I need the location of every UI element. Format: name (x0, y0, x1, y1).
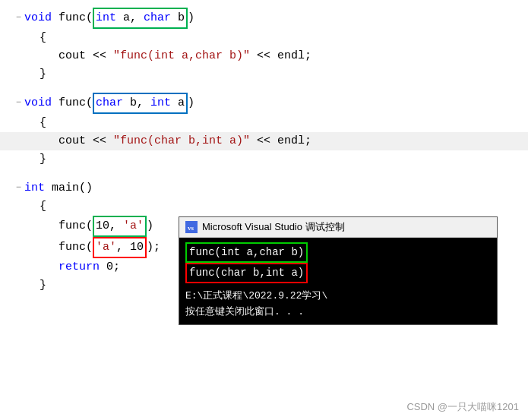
func-name-1: func (58, 9, 86, 27)
output-text-2: func(char b,int a) (185, 263, 308, 283)
kw-void-2: void (24, 94, 58, 112)
brace-open-3: { (40, 197, 46, 216)
console-path: E:\正式课程\2022.9.22学习\ (185, 290, 327, 302)
func1-close: } (0, 65, 528, 84)
func2-open: { (0, 114, 528, 132)
call1-args: 10, 'a' (93, 216, 147, 237)
cout-1: cout << (58, 47, 113, 65)
brace-close-3: } (40, 276, 46, 295)
brace-open-1: { (40, 29, 46, 47)
main-name: main (52, 179, 79, 197)
func1-header: − void func(int a, char b) (0, 8, 528, 29)
collapse-icon-1[interactable]: − (8, 11, 21, 25)
kw-void-1: void (24, 9, 58, 27)
brace-open-2: { (40, 114, 46, 132)
func-name-2: func (58, 94, 86, 112)
collapse-icon-2[interactable]: − (8, 96, 21, 110)
output-line-2: func(char b,int a) (185, 263, 491, 283)
call2-args: 'a', 10 (93, 237, 147, 258)
param-highlight-1: int a, char b (93, 8, 188, 29)
main-open: { (0, 197, 528, 216)
output-line-1: func(int a,char b) (185, 242, 491, 263)
console-prompt: 按任意键关闭此窗口. . . (185, 306, 304, 317)
console-prompt-line: 按任意键关闭此窗口. . . (185, 304, 491, 320)
svg-text:vs: vs (188, 224, 194, 232)
param-highlight-2: char b, int a (93, 93, 188, 114)
vs-icon: vs (185, 221, 198, 233)
func2-body: cout << "func(char b,int a)" << endl; (0, 132, 528, 150)
paren-close-2: ) (188, 94, 194, 112)
endl-1: << endl; (250, 47, 311, 65)
func2-close: } (0, 150, 528, 169)
kw-int: int (24, 179, 52, 197)
collapse-icon-3[interactable]: − (8, 181, 21, 195)
paren-close-1: ) (188, 9, 194, 27)
return-val: 0; (106, 258, 120, 276)
console-body: func(int a,char b) func(char b,int a) E:… (179, 238, 497, 324)
main-header: − int main() (0, 179, 528, 197)
output-text-1: func(int a,char b) (185, 242, 308, 263)
console-titlebar: vs Microsoft Visual Studio 调试控制 (179, 217, 497, 238)
brace-close-2: } (40, 150, 46, 169)
str-2: "func(char b,int a)" (113, 132, 250, 150)
str-1: "func(int a,char b)" (113, 47, 250, 65)
func2-header: − void func(char b, int a) (0, 93, 528, 114)
cout-2: cout << (58, 132, 113, 150)
kw-return: return (58, 258, 106, 276)
footer-text: CSDN @一只大喵咪1201 (406, 401, 519, 412)
main-parens: () (79, 179, 93, 197)
footer: CSDN @一只大喵咪1201 (406, 400, 519, 414)
call1-name: func (58, 217, 86, 235)
func1-open: { (0, 29, 528, 47)
console-path-line: E:\正式课程\2022.9.22学习\ (185, 288, 491, 304)
func1-body: cout << "func(int a,char b)" << endl; (0, 47, 528, 65)
console-window: vs Microsoft Visual Studio 调试控制 func(int… (179, 216, 498, 325)
paren-open-2: ( (86, 94, 93, 112)
paren-open-1: ( (86, 9, 93, 27)
endl-2: << endl; (250, 132, 311, 150)
console-title: Microsoft Visual Studio 调试控制 (202, 220, 345, 234)
call2-name: func (58, 238, 86, 257)
brace-close-1: } (40, 65, 46, 84)
